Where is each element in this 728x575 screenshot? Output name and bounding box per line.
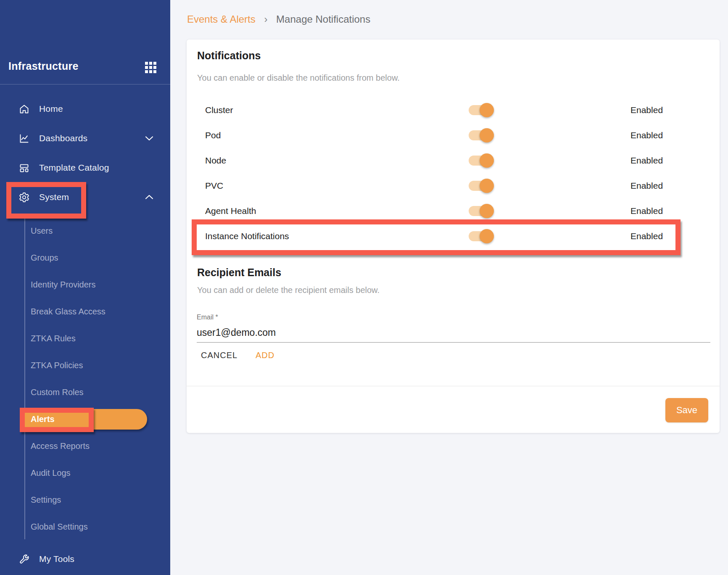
notification-row-agent-health: Agent Health Enabled (187, 198, 720, 224)
status-text: Enabled (630, 130, 663, 140)
email-field-underline (197, 342, 710, 343)
sidebar-item-ztka-policies[interactable]: ZTKA Policies (0, 352, 170, 379)
wrench-icon (18, 554, 30, 565)
cancel-button[interactable]: CANCEL (201, 351, 237, 360)
notification-row-pod: Pod Enabled (187, 123, 720, 148)
sub-item-label: Groups (31, 253, 58, 263)
notification-row-node: Node Enabled (187, 148, 720, 173)
sidebar-item-users[interactable]: Users (0, 217, 170, 244)
breadcrumb-current: Manage Notifications (276, 13, 370, 25)
sidebar-item-audit-logs[interactable]: Audit Logs (0, 459, 170, 486)
sidebar-item-break-glass-access[interactable]: Break Glass Access (0, 298, 170, 325)
notification-label: Agent Health (205, 206, 256, 216)
email-field-label: Email * (197, 314, 218, 321)
apps-grid-icon[interactable] (145, 62, 156, 73)
notification-label: Node (205, 156, 226, 166)
notification-row-pvc: PVC Enabled (187, 173, 720, 198)
sub-item-label: Global Settings (31, 522, 88, 532)
template-catalog-icon (18, 162, 30, 174)
toggle-thumb (480, 204, 494, 218)
home-icon (18, 103, 30, 115)
notifications-section-title: Notifications (197, 50, 261, 62)
toggle-switch[interactable] (469, 105, 494, 115)
notification-row-cluster: Cluster Enabled (187, 98, 720, 123)
sidebar-item-settings[interactable]: Settings (0, 486, 170, 513)
chevron-down-icon (145, 136, 153, 141)
recipient-emails-section-title: Recipient Emails (197, 266, 281, 279)
sidebar-item-global-settings[interactable]: Global Settings (0, 513, 170, 540)
sidebar-item-label: Home (39, 104, 63, 114)
toggle-thumb (480, 153, 494, 168)
sidebar-title: Infrastructure (8, 60, 79, 72)
card-divider (187, 386, 720, 386)
sidebar-item-label: My Tools (39, 554, 74, 564)
sidebar: Infrastructure Home Dashboards (0, 0, 170, 575)
recipient-emails-section-subtitle: You can add or delete the recipient emai… (197, 285, 380, 295)
sub-item-label: Custom Roles (31, 388, 84, 397)
notifications-card: Notifications You can enable or disable … (187, 40, 720, 433)
sub-item-label: Break Glass Access (31, 307, 106, 317)
breadcrumb: Events & Alerts › Manage Notifications (187, 13, 370, 25)
sidebar-item-template-catalog[interactable]: Template Catalog (0, 153, 170, 182)
sidebar-item-my-tools[interactable]: My Tools (0, 544, 170, 574)
sidebar-item-alerts[interactable]: Alerts (0, 406, 170, 433)
sub-item-label: ZTKA Rules (31, 334, 76, 343)
save-button[interactable]: Save (665, 398, 708, 422)
email-field[interactable] (197, 324, 710, 340)
sub-item-label: Alerts (31, 414, 55, 424)
add-button[interactable]: ADD (256, 351, 274, 360)
notification-row-instance-notifications: Instance Notifications Enabled (187, 224, 720, 249)
sidebar-item-groups[interactable]: Groups (0, 244, 170, 271)
sidebar-item-dashboards[interactable]: Dashboards (0, 124, 170, 153)
sidebar-item-access-reports[interactable]: Access Reports (0, 433, 170, 459)
dashboards-icon (18, 133, 30, 144)
sidebar-item-label: Template Catalog (39, 163, 109, 173)
notification-label: Cluster (205, 105, 233, 115)
sub-item-label: ZTKA Policies (31, 361, 83, 370)
toggle-switch[interactable] (469, 156, 494, 166)
notification-label: PVC (205, 181, 223, 191)
toggle-switch[interactable] (469, 206, 494, 216)
toggle-thumb (480, 103, 494, 117)
status-text: Enabled (630, 105, 663, 115)
notification-label: Pod (205, 130, 221, 140)
sidebar-item-label: Dashboards (39, 133, 87, 143)
status-text: Enabled (630, 181, 663, 191)
main-content: Events & Alerts › Manage Notifications N… (170, 0, 728, 575)
toggle-thumb (480, 229, 494, 243)
notifications-section-subtitle: You can enable or disable the notificati… (197, 73, 400, 83)
toggle-thumb (480, 128, 494, 142)
sub-item-label: Access Reports (31, 441, 90, 451)
sidebar-item-home[interactable]: Home (0, 94, 170, 124)
sidebar-item-custom-roles[interactable]: Custom Roles (0, 379, 170, 406)
toggle-thumb (480, 179, 494, 193)
sub-item-label: Identity Providers (31, 280, 96, 290)
breadcrumb-separator: › (264, 13, 267, 25)
sub-item-label: Settings (31, 495, 61, 505)
chevron-up-icon (145, 195, 153, 200)
sidebar-item-label: System (39, 192, 69, 202)
toggle-switch[interactable] (469, 130, 494, 140)
toggle-switch[interactable] (469, 231, 494, 241)
breadcrumb-parent-link[interactable]: Events & Alerts (187, 13, 256, 25)
sidebar-item-ztka-rules[interactable]: ZTKA Rules (0, 325, 170, 352)
sub-item-label: Users (31, 226, 53, 236)
notification-label: Instance Notifications (205, 231, 289, 241)
toggle-switch[interactable] (469, 181, 494, 191)
status-text: Enabled (630, 231, 663, 241)
sidebar-item-identity-providers[interactable]: Identity Providers (0, 271, 170, 298)
sidebar-divider (0, 84, 170, 84)
sub-item-label: Audit Logs (31, 468, 71, 478)
status-text: Enabled (630, 156, 663, 166)
gear-icon (18, 192, 30, 203)
status-text: Enabled (630, 206, 663, 216)
sidebar-item-system[interactable]: System (0, 182, 170, 212)
